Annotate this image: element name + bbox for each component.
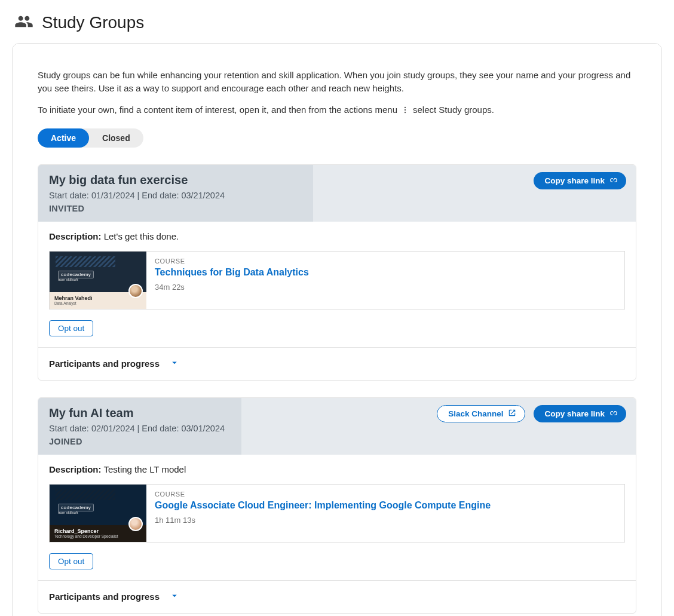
group-header-actions: Copy share link — [524, 165, 636, 197]
link-icon — [609, 409, 618, 419]
tab-closed[interactable]: Closed — [89, 128, 143, 148]
group-status: JOINED — [49, 437, 231, 446]
copy-share-label: Copy share link — [544, 176, 605, 185]
intro-text: Study groups can be fun while enhancing … — [38, 69, 636, 95]
participants-toggle[interactable]: Participants and progress — [38, 580, 636, 613]
course-type-label: COURSE — [155, 491, 491, 498]
group-header: My big data fun exercise Start date: 01/… — [38, 165, 636, 222]
course-duration: 34m 22s — [155, 283, 309, 292]
chevron-down-icon — [169, 357, 180, 370]
slack-channel-label: Slack Channel — [448, 409, 503, 418]
svg-point-0 — [405, 106, 406, 108]
svg-point-2 — [405, 111, 406, 112]
group-header: My fun AI team Start date: 02/01/2024 | … — [38, 398, 636, 455]
opt-out-button[interactable]: Opt out — [49, 553, 93, 569]
group-name: My big data fun exercise — [49, 173, 302, 187]
group-card: My big data fun exercise Start date: 01/… — [38, 164, 636, 381]
slack-channel-button[interactable]: Slack Channel — [437, 405, 525, 422]
intro2-after: select Study groups. — [413, 105, 494, 115]
copy-share-label: Copy share link — [544, 409, 605, 418]
chevron-down-icon — [169, 590, 180, 603]
course-info: COURSE Google Associate Cloud Engineer: … — [146, 485, 499, 542]
group-body: Description: Let's get this done. codeca… — [38, 222, 636, 347]
group-body: Description: Testing the LT model codeca… — [38, 455, 636, 580]
opt-out-button[interactable]: Opt out — [49, 320, 93, 336]
course-row: codecademy from skillsoft Richard_Spence… — [49, 484, 625, 543]
people-icon — [14, 12, 33, 33]
page-header: Study Groups — [12, 12, 662, 33]
instructor-role: Technology and Developer Specialist — [54, 534, 118, 538]
group-header-actions: Slack Channel Copy share link — [427, 398, 636, 430]
open-external-icon — [508, 409, 516, 419]
copy-share-link-button[interactable]: Copy share link — [534, 405, 626, 422]
group-dates: Start date: 01/31/2024 | End date: 03/21… — [49, 191, 302, 200]
course-title-link[interactable]: Techniques for Big Data Analytics — [155, 267, 309, 278]
course-duration: 1h 11m 13s — [155, 516, 491, 525]
course-row: codecademy from skillsoft Mehran Vahedi … — [49, 251, 625, 309]
participants-label: Participants and progress — [49, 358, 160, 369]
intro2-before: To initiate your own, find a content ite… — [38, 105, 397, 115]
course-info: COURSE Techniques for Big Data Analytics… — [146, 252, 317, 309]
course-type-label: COURSE — [155, 258, 309, 265]
intro-text-2: To initiate your own, find a content ite… — [38, 105, 636, 115]
tab-active[interactable]: Active — [38, 128, 89, 148]
group-header-left: My fun AI team Start date: 02/01/2024 | … — [38, 398, 241, 455]
participants-label: Participants and progress — [49, 592, 160, 602]
participants-toggle[interactable]: Participants and progress — [38, 347, 636, 380]
svg-point-1 — [405, 109, 406, 110]
course-thumbnail: codecademy from skillsoft Richard_Spence… — [50, 485, 146, 542]
instructor-name: Mehran Vahedi — [54, 296, 93, 301]
main-card: Study groups can be fun while enhancing … — [12, 43, 662, 616]
group-description: Description: Testing the LT model — [49, 464, 625, 474]
group-status: INVITED — [49, 204, 302, 213]
link-icon — [609, 176, 618, 186]
group-dates: Start date: 02/01/2024 | End date: 03/01… — [49, 424, 231, 433]
instructor-name: Richard_Spencer — [54, 529, 118, 534]
group-header-left: My big data fun exercise Start date: 01/… — [38, 165, 313, 222]
instructor-role: Data Analyst — [54, 301, 93, 305]
copy-share-link-button[interactable]: Copy share link — [534, 172, 626, 189]
page-title: Study Groups — [42, 13, 144, 32]
course-thumbnail: codecademy from skillsoft Mehran Vahedi … — [50, 252, 146, 309]
tab-group: Active Closed — [38, 128, 143, 148]
course-title-link[interactable]: Google Associate Cloud Engineer: Impleme… — [155, 500, 491, 511]
group-description: Description: Let's get this done. — [49, 231, 625, 241]
more-vert-icon — [400, 105, 410, 115]
group-name: My fun AI team — [49, 406, 231, 420]
avatar — [128, 284, 143, 298]
avatar — [128, 517, 143, 531]
group-card: My fun AI team Start date: 02/01/2024 | … — [38, 397, 636, 614]
